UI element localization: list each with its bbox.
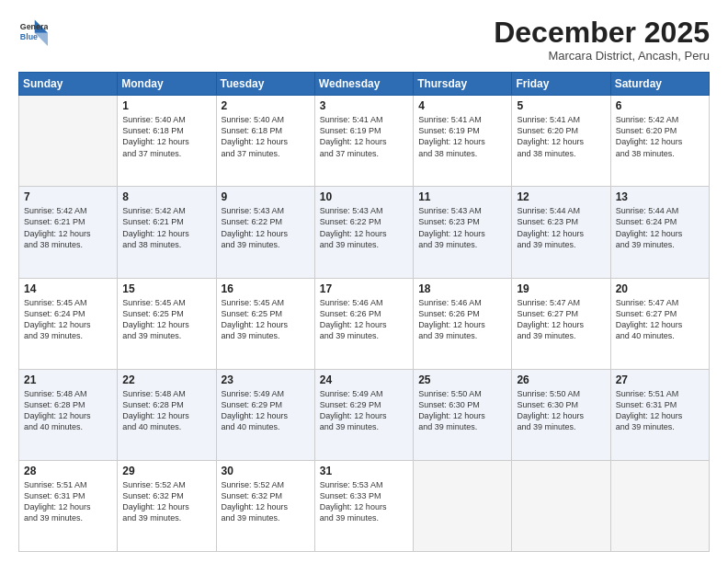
day-info: Sunrise: 5:52 AM Sunset: 6:32 PM Dayligh… (222, 479, 310, 524)
day-info: Sunrise: 5:48 AM Sunset: 6:28 PM Dayligh… (122, 388, 210, 433)
day-info: Sunrise: 5:41 AM Sunset: 6:20 PM Dayligh… (517, 114, 605, 159)
table-row: 22Sunrise: 5:48 AM Sunset: 6:28 PM Dayli… (118, 369, 216, 460)
table-row: 7Sunrise: 5:42 AM Sunset: 6:21 PM Daylig… (19, 187, 118, 278)
table-row: 27Sunrise: 5:51 AM Sunset: 6:31 PM Dayli… (610, 369, 709, 460)
table-row: 2Sunrise: 5:40 AM Sunset: 6:18 PM Daylig… (216, 96, 314, 187)
day-info: Sunrise: 5:45 AM Sunset: 6:25 PM Dayligh… (122, 297, 210, 342)
table-row: 13Sunrise: 5:44 AM Sunset: 6:24 PM Dayli… (610, 187, 709, 278)
day-number: 17 (320, 282, 408, 295)
table-row: 18Sunrise: 5:46 AM Sunset: 6:26 PM Dayli… (414, 278, 512, 369)
day-number: 11 (418, 190, 506, 203)
calendar-table: Sunday Monday Tuesday Wednesday Thursday… (18, 72, 710, 552)
header-thursday: Thursday (414, 73, 512, 96)
day-number: 6 (616, 99, 704, 112)
day-number: 13 (616, 190, 704, 203)
day-info: Sunrise: 5:43 AM Sunset: 6:23 PM Dayligh… (418, 205, 506, 250)
calendar-week-row: 7Sunrise: 5:42 AM Sunset: 6:21 PM Daylig… (19, 187, 710, 278)
table-row (19, 96, 118, 187)
table-row: 11Sunrise: 5:43 AM Sunset: 6:23 PM Dayli… (414, 187, 512, 278)
month-title: December 2025 (494, 17, 710, 49)
day-number: 19 (517, 282, 605, 295)
table-row: 5Sunrise: 5:41 AM Sunset: 6:20 PM Daylig… (512, 96, 610, 187)
day-info: Sunrise: 5:48 AM Sunset: 6:28 PM Dayligh… (24, 388, 112, 433)
day-info: Sunrise: 5:51 AM Sunset: 6:31 PM Dayligh… (24, 479, 112, 524)
table-row: 10Sunrise: 5:43 AM Sunset: 6:22 PM Dayli… (314, 187, 413, 278)
table-row: 24Sunrise: 5:49 AM Sunset: 6:29 PM Dayli… (314, 369, 413, 460)
day-number: 18 (418, 282, 506, 295)
day-info: Sunrise: 5:50 AM Sunset: 6:30 PM Dayligh… (418, 388, 506, 433)
day-info: Sunrise: 5:44 AM Sunset: 6:24 PM Dayligh… (616, 205, 704, 250)
table-row: 16Sunrise: 5:45 AM Sunset: 6:25 PM Dayli… (216, 278, 314, 369)
logo-icon: General Blue (18, 17, 48, 46)
table-row: 15Sunrise: 5:45 AM Sunset: 6:25 PM Dayli… (118, 278, 216, 369)
calendar-week-row: 1Sunrise: 5:40 AM Sunset: 6:18 PM Daylig… (19, 96, 710, 187)
day-number: 25 (418, 373, 506, 386)
header-friday: Friday (512, 73, 610, 96)
day-info: Sunrise: 5:40 AM Sunset: 6:18 PM Dayligh… (222, 114, 310, 159)
day-number: 7 (24, 190, 112, 203)
table-row: 21Sunrise: 5:48 AM Sunset: 6:28 PM Dayli… (19, 369, 118, 460)
day-number: 3 (320, 99, 408, 112)
table-row: 23Sunrise: 5:49 AM Sunset: 6:29 PM Dayli… (216, 369, 314, 460)
table-row: 19Sunrise: 5:47 AM Sunset: 6:27 PM Dayli… (512, 278, 610, 369)
header-wednesday: Wednesday (314, 73, 413, 96)
day-number: 16 (222, 282, 310, 295)
day-number: 4 (418, 99, 506, 112)
table-row: 28Sunrise: 5:51 AM Sunset: 6:31 PM Dayli… (19, 460, 118, 551)
day-info: Sunrise: 5:52 AM Sunset: 6:32 PM Dayligh… (122, 479, 210, 524)
table-row: 12Sunrise: 5:44 AM Sunset: 6:23 PM Dayli… (512, 187, 610, 278)
table-row (414, 460, 512, 551)
day-info: Sunrise: 5:49 AM Sunset: 6:29 PM Dayligh… (320, 388, 408, 433)
day-info: Sunrise: 5:42 AM Sunset: 6:21 PM Dayligh… (24, 205, 112, 250)
day-info: Sunrise: 5:40 AM Sunset: 6:18 PM Dayligh… (122, 114, 210, 159)
calendar-week-row: 21Sunrise: 5:48 AM Sunset: 6:28 PM Dayli… (19, 369, 710, 460)
day-number: 12 (517, 190, 605, 203)
day-number: 24 (320, 373, 408, 386)
day-number: 30 (222, 465, 310, 477)
day-number: 31 (320, 465, 408, 477)
table-row: 30Sunrise: 5:52 AM Sunset: 6:32 PM Dayli… (216, 460, 314, 551)
day-number: 23 (222, 373, 310, 386)
day-info: Sunrise: 5:41 AM Sunset: 6:19 PM Dayligh… (418, 114, 506, 159)
location: Marcara District, Ancash, Peru (494, 49, 710, 63)
day-info: Sunrise: 5:46 AM Sunset: 6:26 PM Dayligh… (418, 297, 506, 342)
day-info: Sunrise: 5:51 AM Sunset: 6:31 PM Dayligh… (616, 388, 704, 433)
day-number: 9 (222, 190, 310, 203)
table-row: 9Sunrise: 5:43 AM Sunset: 6:22 PM Daylig… (216, 187, 314, 278)
table-row: 6Sunrise: 5:42 AM Sunset: 6:20 PM Daylig… (610, 96, 709, 187)
day-info: Sunrise: 5:49 AM Sunset: 6:29 PM Dayligh… (222, 388, 310, 433)
day-info: Sunrise: 5:43 AM Sunset: 6:22 PM Dayligh… (222, 205, 310, 250)
day-info: Sunrise: 5:47 AM Sunset: 6:27 PM Dayligh… (517, 297, 605, 342)
logo: General Blue (18, 17, 48, 46)
header-tuesday: Tuesday (216, 73, 314, 96)
table-row: 29Sunrise: 5:52 AM Sunset: 6:32 PM Dayli… (118, 460, 216, 551)
header-monday: Monday (118, 73, 216, 96)
day-number: 28 (24, 465, 112, 477)
day-number: 29 (122, 465, 210, 477)
day-number: 27 (616, 373, 704, 386)
header-sunday: Sunday (19, 73, 118, 96)
svg-text:Blue: Blue (20, 32, 38, 41)
header: General Blue December 2025 Marcara Distr… (18, 17, 710, 63)
day-info: Sunrise: 5:44 AM Sunset: 6:23 PM Dayligh… (517, 205, 605, 250)
table-row: 1Sunrise: 5:40 AM Sunset: 6:18 PM Daylig… (118, 96, 216, 187)
table-row: 26Sunrise: 5:50 AM Sunset: 6:30 PM Dayli… (512, 369, 610, 460)
day-number: 1 (122, 99, 210, 112)
day-info: Sunrise: 5:50 AM Sunset: 6:30 PM Dayligh… (517, 388, 605, 433)
day-info: Sunrise: 5:43 AM Sunset: 6:22 PM Dayligh… (320, 205, 408, 250)
header-saturday: Saturday (610, 73, 709, 96)
day-number: 2 (222, 99, 310, 112)
table-row: 17Sunrise: 5:46 AM Sunset: 6:26 PM Dayli… (314, 278, 413, 369)
day-number: 20 (616, 282, 704, 295)
day-info: Sunrise: 5:53 AM Sunset: 6:33 PM Dayligh… (320, 479, 408, 524)
table-row: 8Sunrise: 5:42 AM Sunset: 6:21 PM Daylig… (118, 187, 216, 278)
day-info: Sunrise: 5:47 AM Sunset: 6:27 PM Dayligh… (616, 297, 704, 342)
title-block: December 2025 Marcara District, Ancash, … (494, 17, 710, 63)
page: General Blue December 2025 Marcara Distr… (0, 0, 728, 563)
day-number: 14 (24, 282, 112, 295)
table-row (610, 460, 709, 551)
day-number: 15 (122, 282, 210, 295)
day-info: Sunrise: 5:41 AM Sunset: 6:19 PM Dayligh… (320, 114, 408, 159)
day-number: 26 (517, 373, 605, 386)
table-row: 3Sunrise: 5:41 AM Sunset: 6:19 PM Daylig… (314, 96, 413, 187)
